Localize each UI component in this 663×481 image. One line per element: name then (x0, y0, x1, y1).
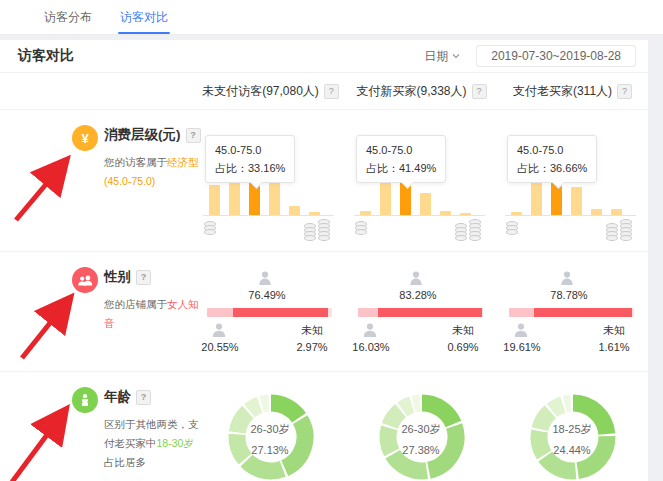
column-header-returning-buyers: 支付老买家(311人) ? (497, 73, 648, 109)
coin-icon (606, 235, 618, 241)
visitor-compare-card: 访客对比 日期 2019-07-30~2019-08-28 未支付访客(97,0… (0, 40, 648, 481)
gender-people-icon (72, 267, 98, 293)
unknown-label: 未知 (592, 323, 636, 338)
red-annotation-arrow (4, 282, 84, 370)
female-person-icon (408, 270, 424, 286)
unknown-label: 未知 (441, 323, 485, 338)
section-title: 年龄 (104, 388, 131, 406)
column-label: 支付老买家(311人) (513, 83, 612, 100)
coin-stack-icon (620, 221, 632, 241)
column-header-unpaid-visitors: 未支付访客(97,080人) ? (195, 73, 346, 109)
donut-center-label: 18-25岁24.44% (527, 419, 617, 461)
female-person-icon (559, 270, 575, 286)
chart-tooltip: 45.0-75.0占比：33.16% (205, 135, 295, 183)
female-percentage: 83.28% (366, 289, 470, 301)
donut-segment (249, 405, 259, 411)
gender-stacked-bar (207, 308, 332, 317)
male-percentage: 20.55% (195, 341, 245, 353)
coin-stack-icon (606, 225, 618, 241)
gender-stacked-bar (358, 308, 483, 317)
help-icon[interactable]: ? (136, 270, 151, 285)
section-description: 您的访客属于经济型(45.0-75.0) (104, 153, 202, 191)
section-title: 性别 (104, 268, 131, 286)
gender-bar-chart-new-buyers[interactable]: 83.28%16.03%未知0.69% (346, 252, 497, 371)
help-icon[interactable]: ? (617, 84, 632, 99)
age-donut-chart-new-buyers[interactable]: 26-30岁27.38% (346, 372, 497, 481)
card-header: 访客对比 日期 2019-07-30~2019-08-28 (0, 40, 648, 73)
consumption-bar-chart-new-buyers[interactable]: 45.0-75.0占比：41.49% (346, 110, 497, 251)
age-donut-chart-unpaid[interactable]: 26-30岁27.13% (195, 372, 346, 481)
top-tab-bar: 访客分布 访客对比 (0, 0, 663, 35)
section-title: 消费层级(元) (104, 126, 181, 144)
donut-segment (247, 461, 283, 471)
tab-visitor-compare[interactable]: 访客对比 (120, 0, 168, 34)
date-controls: 日期 2019-07-30~2019-08-28 (424, 45, 636, 67)
consumption-bar-chart-unpaid[interactable]: 45.0-75.0占比：33.16% (195, 110, 346, 251)
tooltip-range: 45.0-75.0 (366, 141, 436, 159)
coin-icon (455, 235, 467, 241)
age-donut-chart-returning-buyers[interactable]: 18-25岁24.44% (497, 372, 648, 481)
unknown-segment (632, 308, 634, 317)
female-percentage: 78.78% (517, 289, 621, 301)
x-axis-line (505, 215, 636, 216)
donut-segment (565, 403, 571, 404)
donut-segment (271, 403, 299, 418)
male-person-icon (211, 322, 227, 338)
coin-stack-icon (355, 223, 367, 235)
section-gender: 性别 ? 您的店铺属于女人知音 76.49%20.55%未知2.97% 83.2… (0, 251, 648, 371)
male-person-icon (362, 322, 378, 338)
bar (229, 180, 240, 215)
tab-visitor-distribution[interactable]: 访客分布 (44, 0, 92, 34)
chevron-down-icon (452, 52, 460, 60)
bar (571, 187, 582, 215)
gender-bar-chart-unpaid[interactable]: 76.49%20.55%未知2.97% (195, 252, 346, 371)
donut-age-bucket: 18-25岁 (527, 419, 617, 440)
high-spend-icon (455, 221, 481, 241)
column-label: 未支付访客(97,080人) (202, 83, 319, 100)
coin-stack-icon (304, 225, 316, 241)
bar (420, 193, 431, 215)
low-spend-icon (204, 223, 216, 235)
bar (289, 206, 300, 215)
tooltip-range: 45.0-75.0 (215, 141, 285, 159)
consumption-bar-chart-returning-buyers[interactable]: 45.0-75.0占比：36.66% (497, 110, 648, 251)
column-header-new-buyers: 支付新买家(9,338人) ? (346, 73, 497, 109)
donut-percentage: 24.44% (527, 440, 617, 461)
gender-bar-chart-returning-buyers[interactable]: 78.78%19.61%未知1.61% (497, 252, 648, 371)
person-glyph (78, 393, 92, 407)
x-axis-line (203, 215, 334, 216)
help-icon[interactable]: ? (472, 84, 487, 99)
male-segment (509, 308, 534, 317)
coin-icon (304, 235, 316, 241)
help-icon[interactable]: ? (136, 390, 151, 405)
date-range-picker[interactable]: 2019-07-30~2019-08-28 (476, 45, 636, 67)
date-dimension-dropdown[interactable]: 日期 (424, 48, 460, 65)
coin-stack-icon (455, 225, 467, 241)
unknown-label: 未知 (290, 323, 334, 338)
donut-center-label: 26-30岁27.38% (376, 419, 466, 461)
unknown-percentage: 1.61% (588, 341, 640, 353)
tooltip-range: 45.0-75.0 (517, 141, 587, 159)
tooltip-share: 占比：41.49% (366, 159, 436, 177)
coin-stack-icon (469, 221, 481, 241)
x-axis-line (354, 215, 485, 216)
section-description: 您的店铺属于女人知音 (104, 295, 202, 333)
low-spend-icon (355, 223, 367, 235)
help-icon[interactable]: ? (324, 84, 339, 99)
section-age: 年龄 ? 区别于其他两类，支付老买家中18-30岁占比居多 26-30岁27.1… (0, 371, 648, 481)
section-age-label: 年龄 ? 区别于其他两类，支付老买家中18-30岁占比居多 (0, 372, 195, 481)
donut-segment (552, 405, 563, 411)
red-annotation-arrow (0, 398, 80, 481)
column-header-spacer (0, 73, 195, 109)
coin-stack-icon (506, 223, 518, 235)
female-segment (233, 308, 329, 317)
male-segment (207, 308, 233, 317)
chart-tooltip: 45.0-75.0占比：41.49% (356, 135, 446, 183)
coin-stack-icon (318, 221, 330, 241)
female-person-icon (257, 270, 273, 286)
yuan-icon: ¥ (72, 125, 98, 151)
coin-icon (318, 235, 330, 241)
unknown-percentage: 0.69% (437, 341, 489, 353)
male-segment (358, 308, 378, 317)
section-consumption-level: ¥ 消费层级(元) ? 您的访客属于经济型(45.0-75.0) 45.0-75… (0, 110, 648, 251)
